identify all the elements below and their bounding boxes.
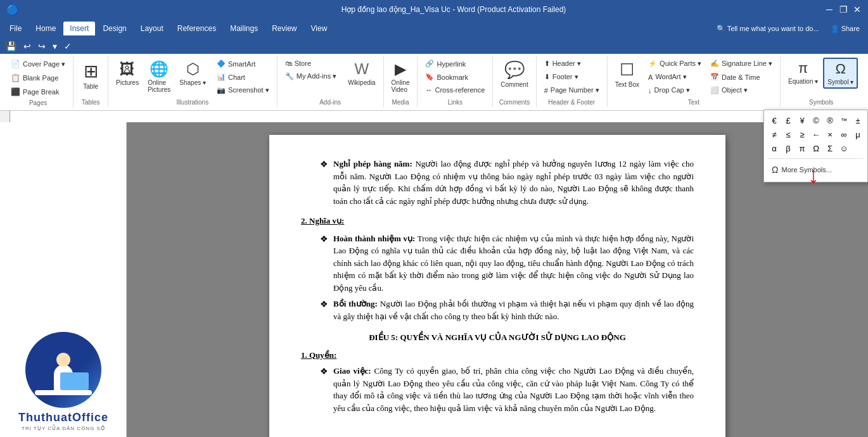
symbol-smiley[interactable]: ☺ (838, 142, 850, 155)
quyen-label: 1. Quyền: (301, 350, 336, 360)
symbol-sigma[interactable]: Σ (824, 142, 836, 155)
comment-button[interactable]: 💬 Comment (497, 58, 532, 91)
comments-label: Comments (499, 99, 530, 106)
symbol-geq[interactable]: ≥ (796, 128, 808, 141)
symbol-euro[interactable]: € (768, 114, 781, 127)
bullet-symbol-2: ❖ (320, 232, 328, 294)
dieu5-section: ĐIỀU 5: QUYỀN VÀ NGHĨA VỤ CỦA NGƯỜI SỬ D… (301, 331, 694, 414)
my-addins-button[interactable]: 🔧 My Add-ins ▾ (281, 70, 340, 82)
sidebar-content: ThuthuatOffice TRI TỤY CỦA DÂN CÔNG SỐ (0, 122, 127, 437)
save-qat-button[interactable]: 💾 (3, 40, 19, 53)
wordart-icon: A (648, 73, 653, 81)
bullet-symbol-3: ❖ (320, 298, 328, 322)
menu-mailings[interactable]: Mailings (224, 22, 264, 35)
undo-button[interactable]: ↩ (21, 40, 34, 53)
screenshot-button[interactable]: 📷 Screenshot ▾ (213, 84, 273, 96)
customize-qat-button[interactable]: ▾ (50, 40, 60, 53)
shapes-label: Shapes ▾ (179, 79, 206, 86)
signature-line-button[interactable]: ✍ Signature Line ▾ (706, 58, 776, 70)
page-number-icon: # (544, 87, 548, 94)
cross-reference-button[interactable]: ↔ Cross-reference (421, 84, 488, 96)
window-title: Hợp đồng lao động_Ha_Visa Uc - Word (Pro… (82, 5, 825, 14)
hoan-thanh-item: ❖ Hoàn thành nhiệm vụ: Trong việc thực h… (320, 232, 694, 294)
symbol-notequal[interactable]: ≠ (768, 128, 781, 141)
signature-line-icon: ✍ (710, 60, 719, 68)
addins-label: Add-ins (319, 99, 341, 106)
symbol-divider (768, 158, 864, 159)
menu-layout[interactable]: Layout (134, 22, 170, 35)
text-label: Text (688, 99, 699, 106)
close-button[interactable]: ✕ (853, 5, 862, 14)
symbol-tm[interactable]: ™ (838, 114, 850, 127)
symbol-infinity[interactable]: ∞ (838, 128, 850, 141)
chart-button[interactable]: 📊 Chart (213, 71, 273, 83)
symbol-leq[interactable]: ≤ (782, 128, 795, 141)
symbol-registered[interactable]: ® (824, 114, 836, 127)
equation-button[interactable]: π Equation ▾ (784, 58, 822, 87)
illustrations-items: 🖼 Pictures 🌐 OnlinePictures ⬡ Shapes ▾ 🔷… (112, 58, 273, 98)
bookmark-button[interactable]: 🔖 Bookmark (421, 71, 488, 83)
cover-page-button[interactable]: 📄 Cover Page ▾ (7, 58, 69, 70)
giao-viec-text: Giao việc: Công Ty có quyền giao, bố trí… (333, 365, 694, 414)
checkmark-button[interactable]: ✓ (61, 40, 74, 53)
menu-references[interactable]: References (171, 22, 222, 35)
menu-view[interactable]: View (305, 22, 334, 35)
symbol-beta[interactable]: β (782, 142, 795, 155)
online-video-button[interactable]: ▶ OnlineVideo (388, 58, 414, 96)
quick-parts-button[interactable]: ⚡ Quick Parts ▾ (644, 58, 705, 70)
red-arrow-indicator: ↓ (808, 162, 819, 189)
symbol-button[interactable]: Ω Symbol ▾ (823, 58, 858, 89)
redo-button[interactable]: ↪ (35, 40, 48, 53)
symbol-omega[interactable]: Ω (810, 142, 822, 155)
smartart-button[interactable]: 🔷 SmartArt (213, 58, 273, 70)
symbol-pi[interactable]: π (796, 142, 808, 155)
links-items: 🔗 Hyperlink 🔖 Bookmark ↔ Cross-reference (421, 58, 488, 98)
nghi-phep-item: ❖ Nghỉ phép hàng năm: Người lao động đượ… (320, 158, 694, 207)
addins-icon: 🔧 (285, 72, 294, 80)
text-box-button[interactable]: ☐ Text Box (611, 58, 643, 91)
symbol-copyright[interactable]: © (810, 114, 822, 127)
menu-file[interactable]: File (3, 22, 28, 35)
ruler: // ruler marks - handled inline (10, 111, 868, 122)
symbol-yen[interactable]: ¥ (796, 114, 808, 127)
share-button[interactable]: 👤 Share (826, 23, 865, 34)
symbol-plusminus[interactable]: ± (852, 114, 864, 127)
tell-me-input[interactable]: 🔍 Tell me what you want to do... (712, 23, 824, 34)
symbol-alpha[interactable]: α (768, 142, 781, 155)
footer-button[interactable]: ⬇ Footer ▾ (540, 71, 603, 83)
quyen-heading: 1. Quyền: (301, 349, 694, 362)
minimize-button[interactable]: ─ (825, 5, 834, 14)
bullet-symbol-1: ❖ (320, 158, 328, 207)
shapes-button[interactable]: ⬡ Shapes ▾ (176, 58, 210, 89)
blank-page-button[interactable]: 📋 Blank Page (7, 72, 69, 84)
ribbon-group-links: 🔗 Hyperlink 🔖 Bookmark ↔ Cross-reference… (418, 56, 493, 107)
page-number-button[interactable]: # Page Number ▾ (540, 84, 603, 96)
page-break-button[interactable]: ⬛ Page Break (7, 86, 69, 98)
symbol-mu[interactable]: μ (852, 128, 864, 141)
wordart-button[interactable]: A WordArt ▾ (644, 71, 705, 83)
document-page: ❖ Nghỉ phép hàng năm: Người lao động đượ… (269, 135, 725, 437)
drop-cap-button[interactable]: ↓ Drop Cap ▾ (644, 84, 705, 96)
symbol-times[interactable]: × (824, 128, 836, 141)
wikipedia-button[interactable]: W Wikipedia (344, 58, 379, 89)
online-pictures-button[interactable]: 🌐 OnlinePictures (144, 58, 174, 96)
table-button[interactable]: ⊞ Table (77, 58, 104, 92)
date-time-button[interactable]: 📅 Date & Time (706, 71, 776, 83)
hyperlink-button[interactable]: 🔗 Hyperlink (421, 58, 488, 70)
menu-home[interactable]: Home (29, 22, 62, 35)
header-button[interactable]: ⬆ Header ▾ (540, 58, 603, 70)
boi-thuong-item: ❖ Bồi thường: Người lao Động phải bồi th… (320, 298, 694, 322)
menu-design[interactable]: Design (96, 22, 132, 35)
page-container[interactable]: ❖ Nghỉ phép hàng năm: Người lao động đượ… (127, 122, 868, 437)
menu-review[interactable]: Review (265, 22, 303, 35)
symbol-icon: Ω (836, 61, 846, 77)
header-footer-label: Header & Footer (548, 99, 595, 106)
window-controls[interactable]: ─ ❐ ✕ (825, 5, 862, 14)
store-button[interactable]: 🛍 Store (281, 58, 340, 69)
object-button[interactable]: ⬜ Object ▾ (706, 84, 776, 96)
symbol-leftarrow[interactable]: ← (810, 128, 822, 141)
menu-insert[interactable]: Insert (63, 22, 95, 35)
symbol-pound[interactable]: £ (782, 114, 795, 127)
pictures-button[interactable]: 🖼 Pictures (112, 58, 143, 89)
restore-button[interactable]: ❐ (839, 5, 848, 14)
